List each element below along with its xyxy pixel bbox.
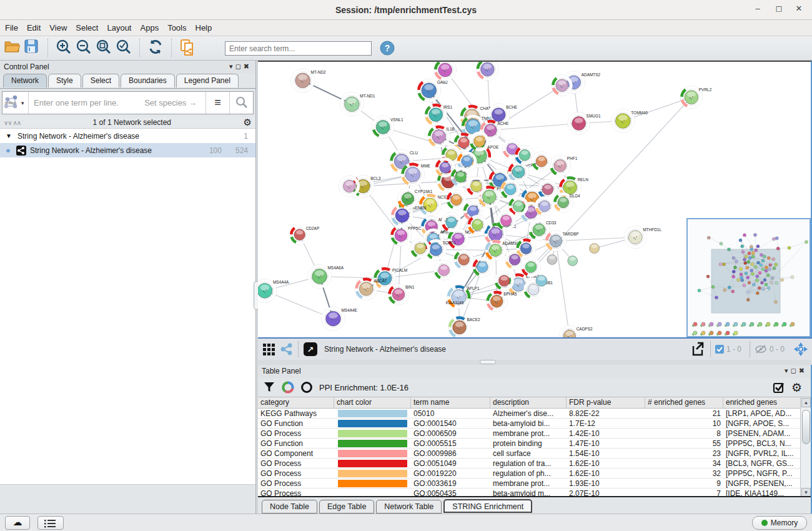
column-header-fdr-p-value[interactable]: FDR p-value [567, 397, 645, 408]
tab-legend-panel[interactable]: Legend Panel [176, 74, 239, 87]
enrichment-row[interactable]: GO FunctionGO:0005515protein binding1.47… [258, 439, 811, 449]
birds-eye-view[interactable] [686, 218, 811, 337]
enrichment-row[interactable]: GO FunctionGO:0001540beta-amyloid bi...1… [258, 419, 811, 429]
enrichment-row[interactable]: GO ProcessGO:0050435beta-amyloid m...2.0… [258, 489, 811, 497]
column-header-category[interactable]: category [258, 397, 334, 408]
cell: 2.07E-10 [567, 489, 645, 497]
task-history-button[interactable] [37, 516, 64, 530]
title-bar: Session: /tmp/enrichmentTest.cys – ◻ ✕ [0, 0, 812, 20]
open-session-icon[interactable] [4, 39, 24, 57]
string-query-input[interactable]: Enter one term per line. [29, 98, 144, 107]
panel-menu-icon[interactable]: ▾ [785, 367, 791, 374]
cloud-tasks-button[interactable]: ☁ [5, 516, 30, 530]
network-options-gear-icon[interactable]: ⚙ [244, 117, 252, 128]
column-header-chart-color[interactable]: chart color [334, 397, 411, 408]
tab-node-table[interactable]: Node Table [262, 500, 317, 514]
collapse-all-icon[interactable]: ∨∨ [4, 119, 12, 126]
panel-close-icon[interactable]: ✖ [799, 367, 807, 374]
import-network-icon[interactable] [179, 39, 199, 57]
zoom-in-icon[interactable] [56, 39, 76, 57]
menu-edit[interactable]: Edit [27, 23, 41, 32]
menu-help[interactable]: Help [196, 23, 212, 32]
detach-view-icon[interactable]: ↗ [303, 342, 318, 357]
share-network-icon[interactable] [280, 342, 294, 356]
enrichment-row[interactable]: GO ComponentGO:0009986cell surface1.54E-… [258, 449, 811, 459]
species-hint[interactable]: Set species → [144, 98, 205, 107]
enrichment-table[interactable]: categorychart colorterm namedescriptionF… [258, 397, 811, 497]
svg-text:BCHE: BCHE [506, 105, 518, 109]
enrichment-settings-gear-icon[interactable]: ⚙ [791, 380, 802, 395]
tree-expand-icon[interactable]: ▼ [0, 132, 17, 139]
enrichment-row[interactable]: GO ProcessGO:0051049regulation of tra...… [258, 459, 811, 469]
query-options-icon[interactable]: ≡ [205, 92, 229, 114]
export-view-icon[interactable] [690, 341, 706, 357]
charts-pie-icon[interactable] [282, 381, 294, 394]
close-button[interactable]: ✕ [790, 4, 808, 16]
cell: 10 [645, 419, 723, 428]
help-icon[interactable]: ? [380, 41, 395, 56]
grid-view-icon[interactable] [262, 342, 275, 356]
navigate-compass-icon[interactable] [793, 342, 808, 357]
panel-float-icon[interactable]: ◻ [791, 367, 799, 374]
expand-all-icon[interactable]: ∧∧ [12, 119, 21, 126]
network-collection-row[interactable]: ▼ String Network - Alzheimer's disease 1 [0, 129, 255, 143]
maximize-button[interactable]: ◻ [770, 4, 788, 16]
menu-layout[interactable]: Layout [107, 23, 131, 32]
enrichment-row[interactable]: GO ProcessGO:0019220regulation of ph...1… [258, 469, 811, 479]
tab-string-enrichment[interactable]: STRING Enrichment [443, 499, 532, 513]
tab-boundaries[interactable]: Boundaries [121, 74, 175, 87]
scroll-down-icon[interactable]: ▼ [801, 488, 811, 497]
tab-network[interactable]: Network [3, 74, 47, 87]
svg-text:APOE: APOE [487, 145, 499, 149]
enrichment-row[interactable]: GO ProcessGO:0006509membrane prot...1.42… [258, 429, 811, 439]
cell: GO:0001540 [411, 419, 490, 428]
scroll-up-icon[interactable]: ▲ [801, 398, 811, 407]
zoom-out-icon[interactable] [76, 39, 96, 57]
rings-icon[interactable] [300, 381, 313, 394]
tab-style[interactable]: Style [48, 74, 81, 87]
filter-icon[interactable] [263, 381, 275, 394]
panel-close-icon[interactable]: ✖ [244, 62, 252, 70]
column-header-description[interactable]: description [490, 397, 567, 408]
horizontal-splitter-handle[interactable] [480, 360, 496, 364]
menu-view[interactable]: View [49, 23, 67, 32]
menu-tools[interactable]: Tools [167, 23, 186, 32]
scrollbar-thumb[interactable] [802, 410, 810, 444]
search-input[interactable] [225, 41, 372, 56]
menu-apps[interactable]: Apps [141, 23, 159, 32]
column-header-term-name[interactable]: term name [411, 397, 490, 408]
zoom-selected-icon[interactable] [116, 39, 136, 57]
zoom-fit-icon[interactable] [96, 39, 116, 57]
select-terms-checkbox-icon[interactable] [773, 381, 785, 394]
svg-text:RELN: RELN [578, 177, 589, 182]
tab-select[interactable]: Select [82, 74, 119, 87]
selected-count-checkbox-icon[interactable] [715, 345, 724, 354]
network-row[interactable]: ● String Network - Alzheimer's disease 1… [0, 143, 255, 157]
save-session-icon[interactable] [24, 39, 44, 57]
column-header-enriched-genes[interactable]: # enriched genes [645, 397, 723, 408]
memory-button[interactable]: Memory [752, 516, 807, 530]
cell: GO:0005515 [411, 439, 490, 448]
cell: GO:0009986 [411, 449, 490, 458]
panel-menu-icon[interactable]: ▾ [229, 62, 235, 70]
svg-text:MTHFD1L: MTHFD1L [643, 227, 661, 232]
cell: GO Component [258, 449, 334, 458]
string-logo-dropdown[interactable]: STRING▾ [2, 92, 29, 114]
hidden-count-eye-off-icon[interactable] [755, 344, 767, 354]
tab-edge-table[interactable]: Edge Table [319, 500, 374, 514]
minimize-button[interactable]: – [748, 4, 767, 16]
menu-file[interactable]: File [5, 23, 18, 32]
svg-text:CADPS2: CADPS2 [577, 327, 593, 331]
panel-float-icon[interactable]: ◻ [235, 62, 244, 70]
term-color-chip [338, 420, 407, 427]
column-header-enriched-genes[interactable]: enriched genes [723, 397, 801, 408]
menu-select[interactable]: Select [76, 23, 98, 32]
enrichment-row[interactable]: GO ProcessGO:0033619membrane prot...1.93… [258, 479, 811, 489]
refresh-network-icon[interactable] [147, 39, 167, 57]
enrichment-row[interactable]: KEGG Pathways05010Alzheimer's dise...8.8… [258, 409, 811, 419]
network-canvas[interactable]: MT-ND2MT-ND1VSNL1GAB2IRS1ADAMTS2CHATBCHE… [258, 61, 812, 337]
table-scrollbar[interactable]: ▲ ▼ [800, 397, 811, 497]
tab-network-table[interactable]: Network Table [376, 500, 442, 514]
selected-count-badge: 1 - 0 [726, 345, 741, 354]
query-search-icon[interactable] [229, 92, 253, 114]
